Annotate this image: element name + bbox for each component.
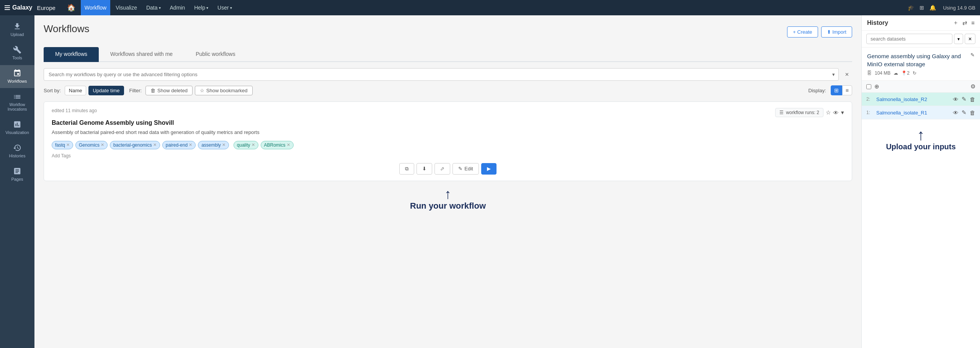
- show-deleted-button[interactable]: 🗑 Show deleted: [145, 86, 193, 95]
- runs-icon: ☰: [779, 110, 784, 115]
- history-info: Genome assembly using Galaxy and MinIO e…: [862, 47, 980, 81]
- drag-handle: ⊕: [874, 83, 879, 90]
- switch-history-button[interactable]: ⇄: [962, 20, 967, 26]
- nav-help[interactable]: Help ▾: [190, 0, 212, 15]
- tag-quality: quality ✕: [234, 141, 258, 149]
- card-header: edited 11 minutes ago ☰ workflow runs: 2…: [52, 108, 844, 117]
- invocations-icon: [13, 93, 21, 101]
- run-workflow-button[interactable]: ▶: [481, 163, 497, 175]
- nav-icons: 🎓 ⊞ 🔔: [908, 5, 936, 11]
- hamburger-icon[interactable]: [5, 5, 10, 10]
- tag-genomics: Genomics ✕: [75, 141, 108, 149]
- history-settings-button[interactable]: ⚙: [970, 83, 975, 90]
- logo[interactable]: Galaxy: [5, 4, 32, 11]
- search-clear-button[interactable]: ✕: [842, 70, 852, 79]
- sidebar-invocations-label: Workflow Invocations: [2, 103, 33, 112]
- dataset-delete-2[interactable]: 🗑: [970, 96, 975, 103]
- dataset-name-1[interactable]: Salmonella_isolate_R1: [876, 110, 950, 116]
- display-grid-button[interactable]: ⊞: [831, 85, 842, 95]
- tab-shared-workflows[interactable]: Workflows shared with me: [99, 47, 184, 62]
- nav-user[interactable]: User ▾: [214, 0, 236, 15]
- sort-update-time-button[interactable]: Update time: [88, 86, 124, 95]
- refresh-icon[interactable]: ↻: [913, 70, 916, 76]
- card-title: Bacterial Genome Assembly using Shovill: [52, 119, 844, 126]
- tag-assembly: assembly ✕: [198, 141, 229, 149]
- cloud-icon: ☁: [893, 70, 898, 76]
- history-search-row: ▾ ✕: [862, 31, 980, 47]
- dataset-edit-2[interactable]: ✎: [962, 96, 967, 103]
- sort-name-button[interactable]: Name: [65, 86, 87, 95]
- history-search-filter-button[interactable]: ▾: [954, 34, 963, 44]
- nav-visualize[interactable]: Visualize: [112, 0, 141, 15]
- history-search-clear-button[interactable]: ✕: [965, 34, 975, 44]
- dataset-edit-1[interactable]: ✎: [962, 109, 967, 116]
- show-bookmarked-button[interactable]: ☆ Show bookmarked: [195, 86, 253, 95]
- display-list-button[interactable]: ≡: [842, 85, 852, 95]
- create-button[interactable]: + Create: [787, 26, 818, 38]
- search-bar-row: ▾ ✕: [44, 68, 852, 81]
- card-tags: fastq ✕ Genomics ✕ bacterial-genomics ✕ …: [52, 141, 844, 149]
- history-title: History: [867, 20, 888, 26]
- nav-data[interactable]: Data ▾: [142, 0, 165, 15]
- edit-history-name-button[interactable]: ✎: [970, 52, 975, 58]
- nav-admin[interactable]: Admin: [166, 0, 189, 15]
- bell-icon[interactable]: 🔔: [929, 5, 936, 11]
- run-annotation: ↑ Run your workflow: [44, 187, 852, 211]
- card-header-actions: ☰ workflow runs: 2 ☆ 👁 ▾: [775, 108, 844, 117]
- preview-button[interactable]: 👁: [833, 109, 839, 116]
- bookmark-button[interactable]: ☆: [826, 109, 831, 116]
- sidebar-item-workflows[interactable]: Workflows: [0, 65, 34, 88]
- more-options-button[interactable]: ▾: [841, 109, 844, 116]
- tag-fastq: fastq ✕: [52, 141, 73, 149]
- add-tags[interactable]: Add Tags: [52, 153, 844, 158]
- dataset-view-2[interactable]: 👁: [953, 96, 959, 103]
- sidebar-tools-label: Tools: [12, 56, 22, 60]
- tab-public-workflows[interactable]: Public workflows: [184, 47, 247, 62]
- storage-usage: Using 14.9 GB: [943, 5, 975, 11]
- sidebar-item-pages[interactable]: Pages: [0, 163, 34, 186]
- grid-icon[interactable]: ⊞: [920, 5, 924, 11]
- trash-icon: 🗑: [150, 88, 155, 93]
- display-label: Display:: [808, 88, 826, 93]
- sidebar-item-visualization[interactable]: Visualization: [0, 116, 34, 139]
- search-input[interactable]: [44, 68, 839, 81]
- tab-my-workflows[interactable]: My workflows: [44, 47, 99, 62]
- search-expand-button[interactable]: ▾: [828, 68, 839, 81]
- dataset-name-2[interactable]: Salmonella_isolate_R2: [876, 96, 950, 102]
- search-input-wrap: ▾: [44, 68, 839, 81]
- workflow-runs-badge[interactable]: ☰ workflow runs: 2: [775, 108, 823, 117]
- upload-annotation-text: Upload your inputs: [867, 142, 975, 151]
- history-search-input[interactable]: [866, 34, 952, 44]
- nav-workflow[interactable]: Workflow: [81, 0, 110, 15]
- history-menu-button[interactable]: ≡: [971, 20, 975, 26]
- nav-home[interactable]: 🏠: [63, 0, 79, 15]
- dataset-delete-1[interactable]: 🗑: [970, 109, 975, 116]
- sidebar-item-tools[interactable]: Tools: [0, 42, 34, 64]
- copy-workflow-button[interactable]: ⧉: [399, 163, 414, 175]
- tag-paired-end: paired-end ✕: [162, 141, 196, 149]
- sidebar-item-invocations[interactable]: Workflow Invocations: [0, 89, 34, 116]
- dataset-view-1[interactable]: 👁: [953, 109, 959, 116]
- sidebar-item-upload[interactable]: Upload: [0, 18, 34, 41]
- sort-filter-row: Sort by: Name Update time Filter: 🗑 Show…: [44, 85, 852, 95]
- history-toolbar: ⊕ ⚙: [862, 81, 980, 93]
- select-all-checkbox[interactable]: [866, 84, 871, 89]
- dataset-item-2: 2: Salmonella_isolate_R2 👁 ✎ 🗑: [862, 93, 980, 106]
- chart-icon: [13, 120, 21, 129]
- edit-workflow-button[interactable]: ✎ Edit: [452, 163, 479, 175]
- dataset-actions-1: 👁 ✎ 🗑: [953, 109, 975, 116]
- sidebar-item-histories[interactable]: Histories: [0, 140, 34, 162]
- share-workflow-button[interactable]: ⬀: [434, 163, 450, 175]
- history-header: History ＋ ⇄ ≡: [862, 15, 980, 31]
- pages-icon: [13, 167, 21, 175]
- top-navigation: Galaxy Europe 🏠 Workflow Visualize Data …: [0, 0, 980, 15]
- history-name: Genome assembly using Galaxy and MinIO e…: [867, 52, 975, 68]
- display-toggle: ⊞ ≡: [831, 85, 852, 95]
- download-workflow-button[interactable]: ⬇: [416, 163, 432, 175]
- import-button[interactable]: ⬆ Import: [821, 26, 852, 38]
- upload-annotation: ↑ Upload your inputs: [862, 119, 980, 159]
- mortarboard-icon[interactable]: 🎓: [908, 5, 914, 11]
- new-history-button[interactable]: ＋: [953, 19, 959, 26]
- main-content: Workflows + Create ⬆ Import My workflows…: [34, 15, 861, 348]
- database-icon: 🗄: [867, 70, 872, 76]
